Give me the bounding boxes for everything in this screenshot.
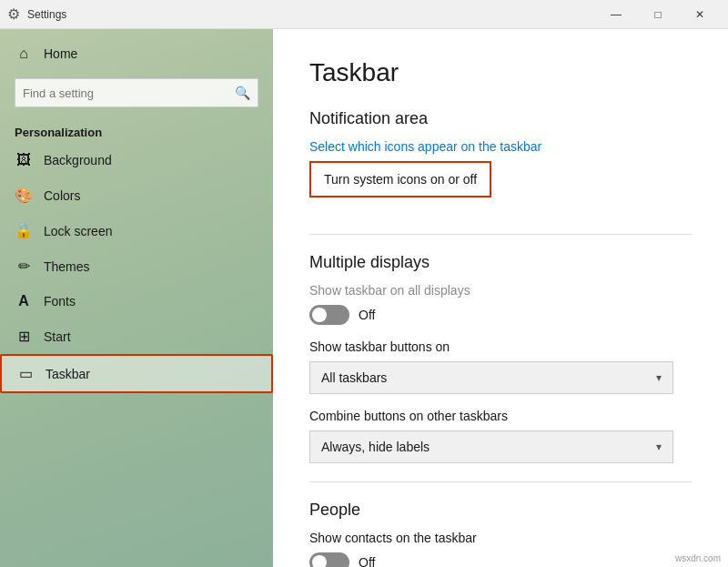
themes-icon: ✏ <box>15 258 33 275</box>
combine-buttons-dropdown-value: Always, hide labels <box>321 440 430 454</box>
notification-area-title: Notification area <box>309 109 692 128</box>
sidebar-label-start: Start <box>44 329 71 344</box>
show-contacts-toggle[interactable] <box>309 552 349 567</box>
sidebar-item-lockscreen[interactable]: 🔒 Lock screen <box>0 213 273 248</box>
settings-icon: ⚙ <box>7 5 20 23</box>
sidebar-label-themes: Themes <box>44 259 90 274</box>
sidebar-item-background[interactable]: 🖼 Background <box>0 143 273 177</box>
title-bar: ⚙ Settings — □ ✕ <box>0 0 728 29</box>
sidebar-label-fonts: Fonts <box>44 294 76 309</box>
show-buttons-dropdown-arrow: ▾ <box>656 371 662 384</box>
sidebar-label-colors: Colors <box>44 188 80 203</box>
show-contacts-toggle-text: Off <box>359 555 375 567</box>
minimize-button[interactable]: — <box>595 0 637 29</box>
select-icons-link[interactable]: Select which icons appear on the taskbar <box>309 139 692 154</box>
multiple-displays-title: Multiple displays <box>309 253 692 272</box>
show-contacts-toggle-row: Off <box>309 552 692 567</box>
sidebar-label-home: Home <box>44 46 77 61</box>
taskbar-icon: ▭ <box>16 365 35 382</box>
sidebar-label-background: Background <box>44 153 112 167</box>
show-buttons-label: Show taskbar buttons on <box>309 339 692 354</box>
divider-2 <box>309 481 692 482</box>
colors-icon: 🎨 <box>15 187 33 204</box>
home-icon: ⌂ <box>15 46 33 62</box>
toggle-thumb-1 <box>312 308 327 322</box>
sidebar: ⌂ Home 🔍 Personalization 🖼 Background 🎨 … <box>0 29 273 567</box>
show-contacts-label: Show contacts on the taskbar <box>309 531 692 545</box>
show-taskbar-toggle[interactable] <box>309 305 349 325</box>
page-title: Taskbar <box>309 58 692 87</box>
combine-buttons-dropdown-arrow: ▾ <box>656 440 662 453</box>
combine-buttons-dropdown[interactable]: Always, hide labels ▾ <box>309 430 673 463</box>
people-section: People Show contacts on the taskbar Off <box>309 501 692 567</box>
show-taskbar-toggle-row: Off <box>309 305 692 325</box>
show-taskbar-label: Show taskbar on all displays <box>309 283 692 298</box>
lockscreen-icon: 🔒 <box>15 222 33 239</box>
background-icon: 🖼 <box>15 152 33 168</box>
show-buttons-dropdown-value: All taskbars <box>321 370 387 385</box>
maximize-button[interactable]: □ <box>637 0 679 29</box>
divider-1 <box>309 234 692 235</box>
title-bar-title: Settings <box>27 8 66 21</box>
sidebar-section-title: Personalization <box>0 115 273 143</box>
multiple-displays-section: Multiple displays Show taskbar on all di… <box>309 253 692 463</box>
title-bar-controls: — □ ✕ <box>595 0 721 29</box>
sidebar-search-box[interactable]: 🔍 <box>15 78 258 107</box>
sidebar-item-colors[interactable]: 🎨 Colors <box>0 177 273 213</box>
combine-buttons-label: Combine buttons on other taskbars <box>309 409 692 423</box>
close-button[interactable]: ✕ <box>679 0 721 29</box>
search-icon: 🔍 <box>235 86 250 100</box>
sidebar-item-taskbar[interactable]: ▭ Taskbar <box>0 354 273 393</box>
sidebar-item-home[interactable]: ⌂ Home <box>0 36 273 71</box>
sidebar-label-taskbar: Taskbar <box>46 367 90 381</box>
sidebar-item-themes[interactable]: ✏ Themes <box>0 248 273 284</box>
content-area: Taskbar Notification area Select which i… <box>273 29 728 567</box>
sidebar-item-start[interactable]: ⊞ Start <box>0 319 273 354</box>
fonts-icon: A <box>15 293 33 309</box>
show-taskbar-toggle-text: Off <box>359 308 375 322</box>
start-icon: ⊞ <box>15 328 33 345</box>
app-container: ⌂ Home 🔍 Personalization 🖼 Background 🎨 … <box>0 29 728 567</box>
toggle-thumb-2 <box>312 555 327 567</box>
people-title: People <box>309 501 692 520</box>
show-buttons-dropdown[interactable]: All taskbars ▾ <box>309 361 673 394</box>
turn-system-icons-link[interactable]: Turn system icons on or off <box>309 161 491 197</box>
search-input[interactable] <box>23 86 235 100</box>
sidebar-item-fonts[interactable]: A Fonts <box>0 284 273 319</box>
watermark: wsxdn.com <box>675 553 721 563</box>
sidebar-label-lockscreen: Lock screen <box>44 224 112 238</box>
title-bar-left: ⚙ Settings <box>7 5 66 23</box>
notification-area-section: Notification area Select which icons app… <box>309 109 692 216</box>
